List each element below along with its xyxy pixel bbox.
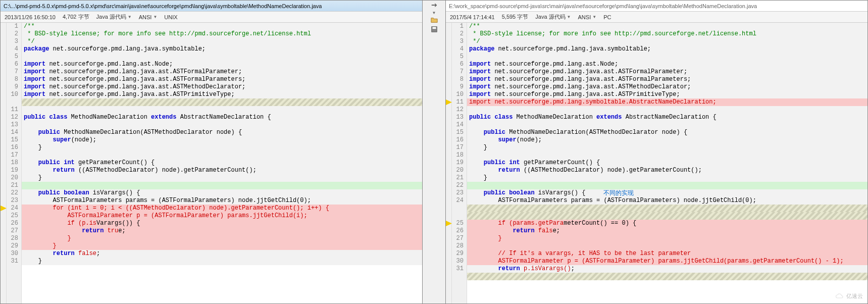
- chevron-down-icon: ▼: [128, 15, 132, 19]
- right-path-bar[interactable]: E:\work_space\pmd-source\pmd-java\src\ma…: [446, 1, 867, 12]
- chevron-down-icon: ▼: [567, 15, 571, 19]
- right-eol: PC: [603, 14, 611, 20]
- right-code-area[interactable]: 1234567891011121314151617181920212223242…: [446, 23, 867, 303]
- right-info-bar: 2017/5/4 17:14:41 5,595 字节 Java 源代码▼ ANS…: [446, 12, 867, 23]
- left-info-bar: 2013/11/26 16:50:10 4,702 字节 Java 源代码▼ A…: [1, 12, 422, 23]
- folder-icon[interactable]: [430, 16, 438, 24]
- left-size: 4,702 字节: [63, 13, 89, 21]
- left-path: C:\...\pmd-pmd-5.0.x\pmd-pmd-5.0.x\pmd\s…: [4, 3, 322, 9]
- chevron-down-icon: ▼: [153, 15, 157, 19]
- left-pane: C:\...\pmd-pmd-5.0.x\pmd-pmd-5.0.x\pmd\s…: [0, 0, 423, 304]
- chevron-down-icon: ▼: [592, 15, 596, 19]
- chevron-down-icon[interactable]: ▼: [432, 11, 436, 15]
- diff-marker-icon[interactable]: [446, 221, 452, 226]
- save-icon[interactable]: [430, 25, 438, 33]
- left-gutter: 1234567891011121314151617181920212223242…: [7, 23, 22, 303]
- center-toolbar: ▼: [423, 0, 445, 304]
- left-markers: [1, 23, 7, 303]
- annotation-note: 不同的实现: [603, 189, 634, 197]
- right-lang-dropdown[interactable]: Java 源代码▼: [535, 13, 571, 21]
- diff-marker-icon[interactable]: [446, 99, 452, 105]
- right-markers: [446, 23, 452, 303]
- left-lang-dropdown[interactable]: Java 源代码▼: [96, 13, 132, 21]
- right-enc-dropdown[interactable]: ANSI▼: [578, 14, 597, 20]
- left-eol: UNIX: [164, 14, 177, 20]
- right-size: 5,595 字节: [502, 13, 529, 21]
- left-enc-dropdown[interactable]: ANSI▼: [139, 14, 158, 20]
- svg-rect-1: [432, 27, 436, 29]
- left-code-area[interactable]: 1234567891011121314151617181920212223242…: [1, 23, 422, 303]
- left-code[interactable]: /** * BSD-style license; for more info s…: [22, 23, 422, 303]
- diff-marker-icon[interactable]: [1, 206, 7, 211]
- right-gutter: 1234567891011121314151617181920212223242…: [452, 23, 467, 303]
- right-date: 2017/5/4 17:14:41: [450, 14, 495, 20]
- swap-arrow-icon[interactable]: [430, 2, 438, 10]
- left-path-bar[interactable]: C:\...\pmd-pmd-5.0.x\pmd-pmd-5.0.x\pmd\s…: [1, 1, 422, 12]
- right-code[interactable]: 不同的实现 /** * BSD-style license; for more …: [467, 23, 867, 303]
- right-path: E:\work_space\pmd-source\pmd-java\src\ma…: [449, 3, 757, 9]
- left-date: 2013/11/26 16:50:10: [5, 14, 56, 20]
- right-pane: E:\work_space\pmd-source\pmd-java\src\ma…: [445, 0, 868, 304]
